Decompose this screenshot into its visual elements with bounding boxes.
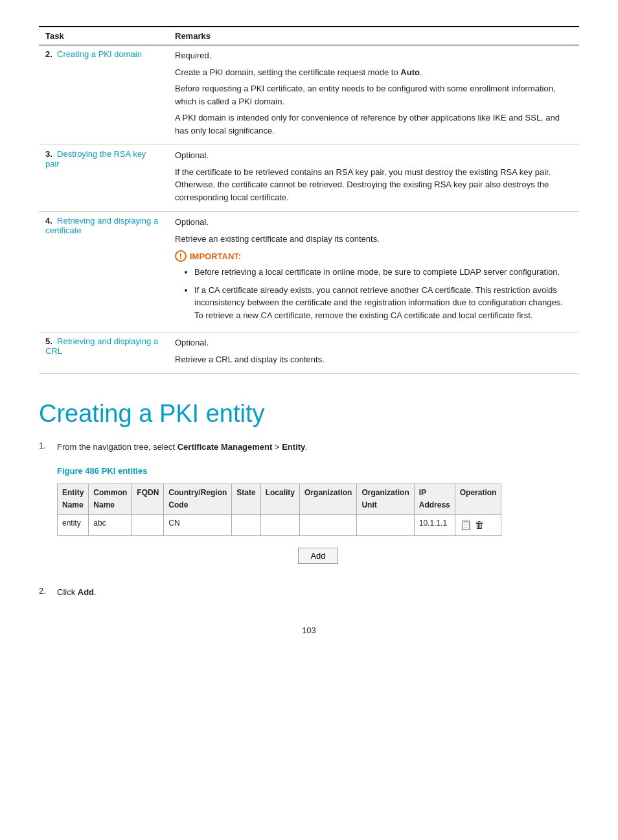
page-number: 103 — [39, 625, 579, 635]
remark-text: Create a PKI domain, setting the certifi… — [175, 66, 573, 79]
task-table: Task Remarks 2. Creating a PKI domainReq… — [39, 26, 579, 374]
pki-table-row: entityabcCN10.1.1.1📋🗑 — [58, 514, 501, 535]
task-number: 3. — [45, 149, 52, 159]
step-instruction: From the navigation tree, select Certifi… — [57, 441, 579, 454]
pki-col-header: Organization — [300, 484, 357, 514]
col-header-task: Task — [39, 27, 168, 45]
section-title: Creating a PKI entity — [39, 400, 579, 428]
pki-table-cell: abc — [89, 514, 132, 535]
pki-table-cell — [232, 514, 260, 535]
task-cell: 2. Creating a PKI domain — [39, 45, 168, 145]
pki-col-header: FQDN — [132, 484, 164, 514]
task-link[interactable]: Retrieving and displaying a CRL — [45, 336, 158, 356]
step-number: 1. — [39, 441, 52, 450]
remark-text: A PKI domain is intended only for conven… — [175, 111, 573, 137]
step-1: 1.From the navigation tree, select Certi… — [39, 441, 579, 577]
col-header-remarks: Remarks — [168, 27, 579, 45]
important-icon: ! — [175, 250, 187, 262]
task-number: 4. — [45, 216, 52, 226]
figure-label: Figure 486 PKI entities — [57, 465, 579, 478]
remark-text: Optional. — [175, 336, 573, 349]
pki-table-cell — [260, 514, 299, 535]
remarks-cell: Optional.If the certificate to be retrie… — [168, 145, 579, 212]
step-number: 2. — [39, 586, 52, 596]
pki-col-header: State — [232, 484, 260, 514]
pki-table-cell: CN — [164, 514, 232, 535]
add-button[interactable]: Add — [298, 548, 338, 564]
task-number: 2. — [45, 49, 52, 59]
task-link[interactable]: Creating a PKI domain — [57, 49, 142, 59]
important-text: IMPORTANT: — [190, 251, 241, 261]
important-box: !IMPORTANT:Before retrieving a local cer… — [175, 250, 573, 321]
pki-table-cell: entity — [58, 514, 89, 535]
important-list-item: If a CA certificate already exists, you … — [194, 284, 573, 322]
step-content: From the navigation tree, select Certifi… — [57, 441, 579, 577]
steps-container: 1.From the navigation tree, select Certi… — [39, 441, 579, 600]
pki-table-cell: 10.1.1.1 — [414, 514, 455, 535]
operation-icons: 📋🗑 — [460, 517, 497, 533]
pki-col-header: IPAddress — [414, 484, 455, 514]
task-link[interactable]: Retrieving and displaying a certificate — [45, 216, 158, 235]
task-cell: 3. Destroying the RSA key pair — [39, 145, 168, 212]
task-link[interactable]: Destroying the RSA key pair — [45, 149, 146, 169]
add-button-wrap: Add — [57, 548, 579, 564]
step-instruction: Click Add. — [57, 586, 579, 600]
pki-table-cell — [357, 514, 414, 535]
step-content: Click Add. — [57, 586, 579, 600]
pki-col-header: Operation — [455, 484, 501, 514]
task-cell: 4. Retrieving and displaying a certifica… — [39, 212, 168, 332]
step-2: 2.Click Add. — [39, 586, 579, 600]
task-cell: 5. Retrieving and displaying a CRL — [39, 332, 168, 374]
remark-text: Required. — [175, 49, 573, 62]
pki-table-cell — [132, 514, 164, 535]
remarks-cell: Optional.Retrieve a CRL and display its … — [168, 332, 579, 374]
remarks-cell: Required.Create a PKI domain, setting th… — [168, 45, 579, 145]
important-list: Before retrieving a local certificate in… — [194, 266, 573, 321]
remark-text: Optional. — [175, 216, 573, 229]
pki-col-header: CommonName — [89, 484, 132, 514]
important-label: !IMPORTANT: — [175, 250, 573, 262]
important-list-item: Before retrieving a local certificate in… — [194, 266, 573, 279]
remarks-cell: Optional.Retrieve an existing certificat… — [168, 212, 579, 332]
pki-entities-table: EntityNameCommonNameFQDNCountry/RegionCo… — [57, 484, 501, 536]
remark-text: Before requesting a PKI certificate, an … — [175, 82, 573, 108]
pki-col-header: Country/RegionCode — [164, 484, 232, 514]
edit-icon[interactable]: 📋 — [460, 517, 472, 533]
remark-text: Retrieve an existing certificate and dis… — [175, 233, 573, 246]
pki-table-cell: 📋🗑 — [455, 514, 501, 535]
remark-text: Optional. — [175, 149, 573, 162]
pki-col-header: EntityName — [58, 484, 89, 514]
task-number: 5. — [45, 336, 52, 346]
pki-col-header: OrganizationUnit — [357, 484, 414, 514]
remark-text: Retrieve a CRL and display its contents. — [175, 353, 573, 366]
delete-icon[interactable]: 🗑 — [475, 517, 485, 533]
pki-col-header: Locality — [260, 484, 299, 514]
remark-text: If the certificate to be retrieved conta… — [175, 166, 573, 204]
pki-table-cell — [300, 514, 357, 535]
